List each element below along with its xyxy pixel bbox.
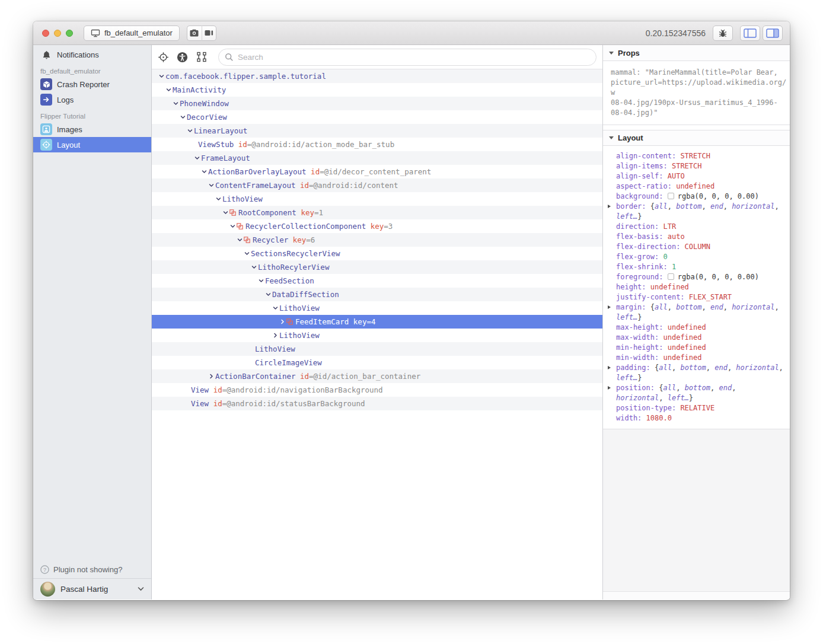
sidebar-item-crash-reporter[interactable]: Crash Reporter <box>33 76 151 92</box>
chevron-down-icon[interactable] <box>243 251 251 256</box>
color-checkbox[interactable] <box>668 273 674 280</box>
chevron-down-icon[interactable] <box>165 87 173 93</box>
chevron-right-icon[interactable] <box>272 333 279 338</box>
tree-row[interactable]: ContentFrameLayout id=@android:id/conten… <box>152 178 602 192</box>
tree-row[interactable]: PhoneWindow <box>152 97 602 110</box>
prop-key: border: <box>616 202 646 211</box>
expand-triangle-icon[interactable] <box>608 305 611 309</box>
tree-row[interactable]: ViewStub id=@android:id/action_mode_bar_… <box>152 138 602 151</box>
layout-prop-row[interactable]: min-height: undefined <box>603 343 786 353</box>
layout-prop-row[interactable]: flex-basis: auto <box>603 232 786 242</box>
accessibility-icon[interactable] <box>177 52 188 63</box>
tree-node-attribute: key=4 <box>349 317 375 326</box>
tree-row[interactable]: RecyclerCollectionComponent key=3 <box>152 219 602 233</box>
layout-prop-row[interactable]: position-type: RELATIVE <box>603 403 786 413</box>
tree-row[interactable]: ActionBarContainer id=@id/action_bar_con… <box>152 369 602 383</box>
chevron-down-icon[interactable] <box>158 74 165 79</box>
layout-prop-row[interactable]: align-self: AUTO <box>603 171 786 181</box>
tree-row[interactable]: FeedItemCard key=4 <box>152 315 602 329</box>
layout-prop-row[interactable]: width: 1080.0 <box>603 413 786 423</box>
expand-triangle-icon[interactable] <box>608 386 611 390</box>
layout-section-header[interactable]: Layout <box>603 130 790 146</box>
tree-row[interactable]: SectionsRecyclerView <box>152 247 602 260</box>
chevron-down-icon[interactable] <box>208 183 215 188</box>
layout-prop-row[interactable]: min-width: undefined <box>603 353 786 363</box>
layout-prop-row[interactable]: max-height: undefined <box>603 323 786 333</box>
color-checkbox[interactable] <box>668 193 674 199</box>
chevron-right-icon[interactable] <box>279 319 286 324</box>
chevron-down-icon[interactable] <box>257 278 265 283</box>
tree-row[interactable]: com.facebook.flipper.sample.tutorial <box>152 69 602 83</box>
screen-record-button[interactable] <box>202 25 216 41</box>
chevron-down-icon[interactable] <box>229 224 237 229</box>
plugin-help-link[interactable]: ? Plugin not showing? <box>33 560 151 578</box>
layout-prop-row[interactable]: flex-direction: COLUMN <box>603 242 786 252</box>
tree-row[interactable]: LinearLayout <box>152 124 602 138</box>
layout-prop-row[interactable]: background: rgba(0, 0, 0, 0.00) <box>603 192 786 202</box>
layout-prop-row[interactable]: direction: LTR <box>603 222 786 232</box>
layout-prop-row[interactable]: height: undefined <box>603 282 786 292</box>
tree-row[interactable]: Recycler key=6 <box>152 233 602 247</box>
tree-row[interactable]: DecorView <box>152 110 602 124</box>
layout-prop-row[interactable]: justify-content: FLEX_START <box>603 292 786 302</box>
layout-prop-row[interactable]: align-items: STRETCH <box>603 161 786 171</box>
chevron-down-icon[interactable] <box>172 101 180 106</box>
tree-row[interactable]: LithoRecylerView <box>152 260 602 274</box>
chevron-down-icon[interactable] <box>236 237 244 243</box>
sidebar-item-layout[interactable]: Layout <box>33 137 151 152</box>
tree-row[interactable]: LithoView <box>152 192 602 206</box>
chevron-right-icon[interactable] <box>208 374 215 379</box>
sidebar-item-images[interactable]: Images <box>33 122 151 137</box>
layout-prop-row[interactable]: padding: {all, bottom, end, horizontal, … <box>603 363 786 383</box>
tree-row[interactable]: FeedSection <box>152 274 602 288</box>
layout-prop-row[interactable]: max-width: undefined <box>603 333 786 343</box>
tree-row[interactable]: DataDiffSection <box>152 288 602 301</box>
minimize-button[interactable] <box>54 30 61 37</box>
screenshot-button[interactable] <box>187 25 202 41</box>
props-section-header[interactable]: Props <box>603 45 790 61</box>
tree-row[interactable]: View id=@android:id/navigationBarBackgro… <box>152 383 602 397</box>
sidebar-item-logs[interactable]: Logs <box>33 92 151 107</box>
chevron-down-icon[interactable] <box>193 155 201 161</box>
layout-prop-row[interactable]: flex-grow: 0 <box>603 252 786 262</box>
tree-row[interactable]: View id=@android:id/statusBarBackground <box>152 397 602 410</box>
close-button[interactable] <box>42 30 49 37</box>
zoom-button[interactable] <box>66 30 73 37</box>
props-content[interactable]: mammal: "MarineMammal(title=Polar Bear, … <box>603 61 790 125</box>
tree-view-icon[interactable] <box>196 51 208 63</box>
layout-prop-row[interactable]: foreground: rgba(0, 0, 0, 0.00) <box>603 272 786 282</box>
sidebar-item-notifications[interactable]: Notifications <box>33 47 151 62</box>
tree-row[interactable]: MainActivity <box>152 83 602 97</box>
toggle-left-sidebar-button[interactable] <box>740 25 760 41</box>
tree-row[interactable]: CircleImageView <box>152 356 602 369</box>
select-element-icon[interactable] <box>158 52 169 63</box>
chevron-down-icon[interactable] <box>186 128 194 133</box>
layout-prop-row[interactable]: align-content: STRETCH <box>603 151 786 161</box>
tree-row[interactable]: FrameLayout <box>152 151 602 165</box>
user-menu[interactable]: Pascal Hartig <box>33 578 151 600</box>
expand-triangle-icon[interactable] <box>608 205 611 208</box>
device-selector[interactable]: fb_default_emulator <box>84 25 180 41</box>
chevron-down-icon[interactable] <box>179 114 187 120</box>
toggle-right-sidebar-button[interactable] <box>763 25 783 41</box>
layout-prop-row[interactable]: border: {all, bottom, end, horizontal, l… <box>603 202 786 222</box>
expand-triangle-icon[interactable] <box>608 366 611 369</box>
tree-row[interactable]: LithoView <box>152 301 602 315</box>
layout-prop-row[interactable]: margin: {all, bottom, end, horizontal, l… <box>603 302 786 323</box>
tree-row[interactable]: LithoView <box>152 342 602 356</box>
tree-row[interactable]: ActionBarOverlayLayout id=@id/decor_cont… <box>152 165 602 178</box>
layout-prop-row[interactable]: flex-shrink: 1 <box>603 262 786 272</box>
search-input[interactable] <box>219 53 596 62</box>
tree-row[interactable]: LithoView <box>152 329 602 342</box>
chevron-down-icon[interactable] <box>200 169 208 174</box>
tree-node-name: View <box>191 399 209 408</box>
chevron-down-icon[interactable] <box>264 292 272 297</box>
layout-prop-row[interactable]: position: {all, bottom, end, horizontal,… <box>603 383 786 403</box>
chevron-down-icon[interactable] <box>222 210 229 215</box>
layout-prop-row[interactable]: aspect-ratio: undefined <box>603 181 786 192</box>
chevron-down-icon[interactable] <box>215 196 222 202</box>
chevron-down-icon[interactable] <box>272 305 279 311</box>
chevron-down-icon[interactable] <box>250 264 258 270</box>
tree-row[interactable]: RootComponent key=1 <box>152 206 602 219</box>
bug-report-button[interactable] <box>713 25 733 41</box>
